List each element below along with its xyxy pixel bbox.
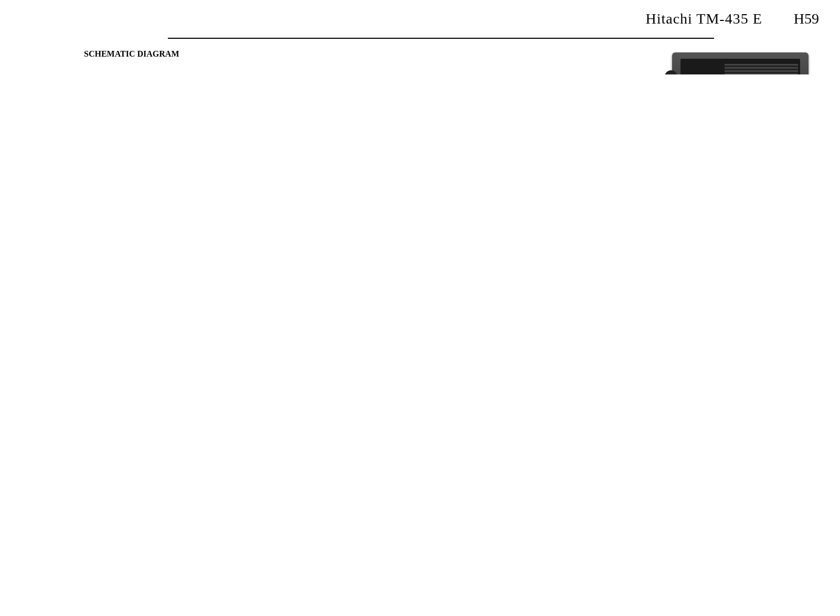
header-rule — [168, 38, 714, 39]
product-photo — [672, 52, 809, 74]
page-model: Hitachi TM-435 E — [645, 10, 762, 27]
page-number: H59 — [794, 10, 819, 27]
